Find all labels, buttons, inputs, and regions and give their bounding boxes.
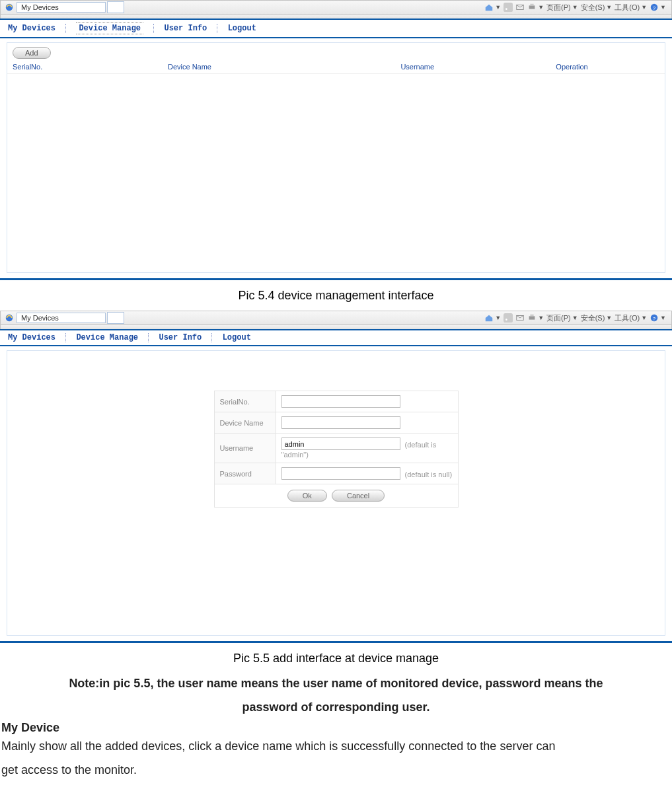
browser-tab-1[interactable]: My Devices <box>17 2 106 13</box>
page-menu-2[interactable]: 页面(P) ▼ <box>546 313 578 323</box>
svg-text:?: ? <box>653 316 656 322</box>
browser-tab-2[interactable]: My Devices <box>17 313 106 323</box>
ie-title-bar-1: My Devices ▼ ▼ 页面(P) ▼ 安全(S) ▼ 工具(O) ▼ ?… <box>0 0 672 15</box>
svg-rect-12 <box>529 316 535 319</box>
svg-point-10 <box>505 319 507 321</box>
ie-logo-icon <box>5 3 14 12</box>
app-nav-bar-2: My Devices Device Manage User Info Logou… <box>0 329 672 346</box>
app-nav-bar-1: My Devices Device Manage User Info Logou… <box>0 19 672 38</box>
device-table-header: SerialNo. Device Name Username Operation <box>7 61 665 74</box>
tools-menu[interactable]: 工具(O) ▼ <box>615 3 647 13</box>
nav-device-manage-1[interactable]: Device Manage <box>76 22 143 34</box>
ie-logo-icon-2 <box>5 313 14 322</box>
caption-5-5: Pic 5.5 add interface at device manage <box>0 648 672 668</box>
username-input[interactable] <box>281 437 400 450</box>
svg-rect-5 <box>531 4 534 6</box>
svg-rect-13 <box>531 315 534 317</box>
col-serialno: SerialNo. <box>13 63 168 71</box>
safety-menu-2[interactable]: 安全(S) ▼ <box>581 313 613 323</box>
svg-text:?: ? <box>653 5 656 11</box>
devicename-input[interactable] <box>281 416 400 429</box>
screenshot-2: My Devices ▼ ▼ 页面(P) ▼ 安全(S) ▼ 工具(O) ▼ ?… <box>0 311 672 643</box>
nav-my-devices-2[interactable]: My Devices <box>8 333 56 342</box>
body-line-1: Mainly show all the added devices, click… <box>1 736 672 756</box>
nav-user-info-1[interactable]: User Info <box>164 24 207 33</box>
svg-point-2 <box>505 8 507 10</box>
add-device-panel: SerialNo. Device Name Username (default … <box>7 350 665 636</box>
ie-toolbar-right-2: ▼ ▼ 页面(P) ▼ 安全(S) ▼ 工具(O) ▼ ?▼ <box>484 313 670 323</box>
serialno-input[interactable] <box>281 395 400 408</box>
tools-menu-2[interactable]: 工具(O) ▼ <box>615 313 647 323</box>
col-operation: Operation <box>556 63 659 71</box>
home-icon-2[interactable]: ▼ <box>484 313 501 322</box>
mail-icon-2[interactable] <box>515 313 525 322</box>
password-label: Password <box>214 463 276 484</box>
printer-icon-2[interactable]: ▼ <box>527 313 544 322</box>
add-device-form: SerialNo. Device Name Username (default … <box>214 391 459 508</box>
note-line-1: Note:in pic 5.5, the user name means the… <box>3 673 669 693</box>
cancel-button[interactable]: Cancel <box>332 490 385 502</box>
safety-menu[interactable]: 安全(S) ▼ <box>581 3 613 13</box>
new-tab-button-2[interactable] <box>107 312 124 324</box>
device-list-panel: Add SerialNo. Device Name Username Opera… <box>7 42 665 273</box>
rss-icon-2[interactable] <box>504 313 513 322</box>
screenshot-1: My Devices ▼ ▼ 页面(P) ▼ 安全(S) ▼ 工具(O) ▼ ?… <box>0 0 672 280</box>
svg-rect-4 <box>529 5 535 9</box>
body-line-2: get access to the monitor. <box>1 760 672 780</box>
caption-5-4: Pic 5.4 device management interface <box>0 285 672 305</box>
password-hint: (default is null) <box>405 471 453 478</box>
home-icon[interactable]: ▼ <box>484 3 501 12</box>
ie-title-bar-2: My Devices ▼ ▼ 页面(P) ▼ 安全(S) ▼ 工具(O) ▼ ?… <box>0 311 672 325</box>
nav-logout-1[interactable]: Logout <box>228 24 256 33</box>
note-line-2: password of corresponding user. <box>3 697 669 717</box>
svg-rect-9 <box>504 313 513 322</box>
ie-toolbar-right-1: ▼ ▼ 页面(P) ▼ 安全(S) ▼ 工具(O) ▼ ?▼ <box>484 3 670 13</box>
my-device-heading: My Device <box>1 721 671 735</box>
col-devicename: Device Name <box>168 63 400 71</box>
help-icon-2[interactable]: ?▼ <box>650 313 666 322</box>
svg-rect-1 <box>504 3 513 12</box>
rss-icon[interactable] <box>504 3 513 12</box>
password-input[interactable] <box>281 467 400 480</box>
nav-user-info-2[interactable]: User Info <box>159 333 202 342</box>
device-table-empty-body <box>7 74 665 272</box>
nav-device-manage-2[interactable]: Device Manage <box>76 333 138 342</box>
mail-icon[interactable] <box>515 3 525 12</box>
col-username: Username <box>400 63 556 71</box>
nav-my-devices-1[interactable]: My Devices <box>8 24 56 33</box>
add-button[interactable]: Add <box>13 47 51 59</box>
devicename-label: Device Name <box>214 412 276 434</box>
help-icon[interactable]: ?▼ <box>650 3 666 12</box>
page-menu[interactable]: 页面(P) ▼ <box>546 3 578 13</box>
nav-logout-2[interactable]: Logout <box>223 333 251 342</box>
new-tab-button-1[interactable] <box>107 1 124 13</box>
printer-icon[interactable]: ▼ <box>527 3 544 12</box>
ok-button[interactable]: Ok <box>287 490 327 502</box>
serialno-label: SerialNo. <box>214 391 276 412</box>
username-label: Username <box>214 434 276 463</box>
